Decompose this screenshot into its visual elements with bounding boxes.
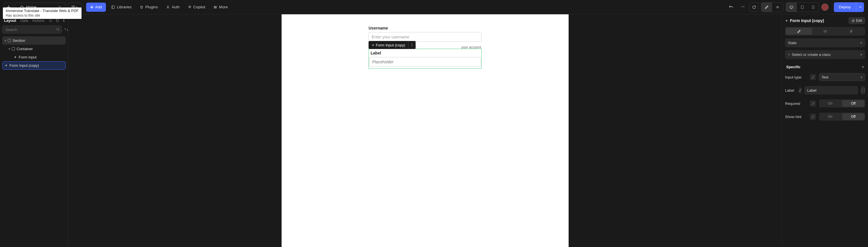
mobile-button[interactable]	[808, 3, 818, 12]
username-input[interactable]	[369, 32, 482, 42]
svg-point-18	[412, 45, 412, 45]
chevron-down-icon: ▾	[862, 65, 864, 69]
deploy-button[interactable]: Deploy	[834, 2, 856, 12]
section-icon	[8, 39, 11, 42]
nav-copilot[interactable]: Copilot	[185, 3, 208, 12]
link-icon[interactable]	[810, 113, 816, 120]
link-icon[interactable]	[810, 100, 816, 107]
preview-mode-button[interactable]	[772, 3, 783, 12]
avatar[interactable]	[821, 3, 829, 11]
edit-mode-group	[761, 2, 783, 12]
pencil-icon	[765, 5, 769, 9]
prop-label: Input type	[785, 75, 807, 79]
collapse-icon[interactable]	[62, 19, 66, 23]
nav-more[interactable]: More	[210, 3, 230, 12]
gear-icon[interactable]	[49, 19, 53, 23]
tree-form-input[interactable]: ✦ Form input	[2, 53, 66, 61]
toggle-off[interactable]: Off	[842, 113, 865, 120]
caret-down-icon: ▾	[9, 47, 10, 50]
expand-button[interactable]	[861, 86, 865, 94]
svg-point-6	[167, 6, 169, 7]
svg-rect-4	[112, 6, 115, 9]
chevron-down-icon	[859, 6, 862, 9]
search-row	[2, 26, 66, 34]
toggle-on[interactable]: On	[819, 113, 842, 120]
refresh-button[interactable]	[749, 3, 758, 12]
desktop-button[interactable]	[786, 3, 797, 12]
redo-icon	[740, 5, 745, 9]
top-bar: Home Add Libraries Plugins Auth Copilot …	[0, 0, 868, 14]
tab-data[interactable]: Data	[20, 18, 28, 23]
show-hint-toggle[interactable]: On Off	[819, 113, 865, 120]
svg-point-8	[777, 7, 778, 7]
redo-button[interactable]	[738, 3, 747, 12]
prop-label: Required	[785, 101, 807, 106]
selection-menu-button[interactable]	[408, 41, 415, 49]
tablet-icon	[800, 5, 804, 9]
link-icon[interactable]	[799, 87, 802, 94]
component-icon: ✦	[785, 19, 788, 23]
nav-auth[interactable]: Auth	[163, 3, 182, 12]
tree-form-input-copy[interactable]: ✦ Form Input (copy)	[2, 61, 66, 70]
tablet-button[interactable]	[797, 3, 808, 12]
link-icon[interactable]	[810, 74, 816, 80]
prop-label: Label	[785, 88, 796, 93]
nav-plugins[interactable]: Plugins	[136, 3, 161, 12]
panel-mode-tabs	[785, 27, 865, 36]
tab-layout[interactable]: Layout	[4, 18, 17, 23]
panel-tab-actions[interactable]	[838, 28, 864, 35]
pencil-icon	[797, 30, 801, 33]
class-select-row[interactable]: + Select or create a class ▾	[785, 50, 865, 59]
component-icon: ✦	[14, 55, 17, 59]
copy-icon[interactable]	[55, 19, 59, 23]
undo-button[interactable]	[726, 3, 736, 12]
plus-icon: +	[788, 52, 790, 57]
tree-container[interactable]: ▾ Container	[2, 45, 66, 53]
expand-tree-button[interactable]	[64, 26, 68, 34]
edit-mode-button[interactable]	[761, 3, 772, 12]
panel-title: Form Input (copy)	[790, 18, 847, 23]
nav-libraries[interactable]: Libraries	[108, 3, 134, 12]
state-row[interactable]: State ▾	[785, 38, 865, 47]
selected-form-input-copy[interactable]: ✦ Form Input (copy) Label	[369, 49, 482, 69]
input-type-select[interactable]: Text ▾	[819, 73, 865, 81]
deploy-dropdown[interactable]	[856, 2, 864, 12]
tooltip-subtitle: Has access to this site	[6, 13, 79, 18]
svg-point-13	[50, 20, 51, 21]
add-button[interactable]: Add	[86, 3, 106, 12]
svg-point-17	[412, 44, 412, 44]
tree-label: Form Input (copy)	[9, 63, 39, 68]
copy-input[interactable]	[369, 57, 481, 67]
panel-tab-style[interactable]	[786, 28, 812, 35]
right-panel: ✦ Form Input (copy) Edit State ▾	[782, 14, 868, 247]
tree-label: Container	[17, 47, 33, 51]
specific-header[interactable]: Specific ▾	[785, 62, 865, 70]
tree-label: Section	[12, 38, 25, 43]
svg-point-19	[412, 46, 412, 46]
search-icon	[56, 28, 60, 31]
bolt-icon	[849, 30, 853, 33]
refresh-icon	[752, 5, 756, 9]
toggle-off[interactable]: Off	[842, 100, 865, 107]
svg-rect-14	[57, 20, 59, 22]
panel-tab-settings[interactable]	[812, 28, 838, 35]
label-input[interactable]	[805, 86, 858, 94]
toggle-on[interactable]: On	[819, 99, 842, 107]
tree-label: Form input	[19, 55, 36, 59]
eye-icon	[776, 5, 780, 9]
required-toggle[interactable]: On Off	[819, 99, 865, 107]
prop-input-type: Input type Text ▾	[785, 73, 865, 81]
edit-button[interactable]: Edit	[848, 17, 865, 24]
tree-section[interactable]: ▾ Section	[2, 36, 66, 45]
tab-actions[interactable]: Actions	[32, 18, 44, 23]
expand-icon	[64, 28, 68, 32]
device-group	[786, 2, 819, 12]
dots-icon	[410, 43, 414, 47]
chevron-down-icon: ▾	[860, 41, 862, 45]
canvas[interactable]: Username your account ✦ Form Input (copy…	[282, 14, 569, 247]
svg-rect-9	[790, 6, 793, 8]
search-input[interactable]	[2, 26, 62, 34]
svg-rect-11	[801, 6, 803, 9]
svg-rect-0	[72, 6, 73, 7]
menu-icon	[213, 5, 217, 9]
